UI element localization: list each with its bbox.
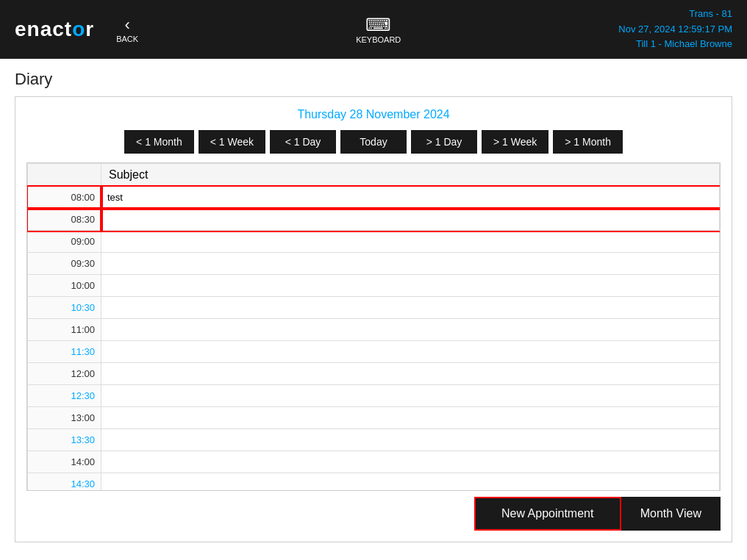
time-cell: 12:00 — [28, 363, 101, 385]
subject-cell[interactable] — [101, 275, 720, 297]
schedule-table-wrapper[interactable]: Subject 08:00test08:3009:0009:3010:0010:… — [26, 162, 721, 491]
time-cell: 11:30 — [28, 341, 101, 363]
logo-dot: o — [72, 18, 85, 40]
time-cell: 13:00 — [28, 407, 101, 429]
time-cell: 10:00 — [28, 275, 101, 297]
subject-cell[interactable]: test — [101, 187, 720, 209]
subject-cell[interactable] — [101, 429, 720, 451]
date-time: Nov 27, 2024 12:59:17 PM — [618, 22, 732, 37]
back-label: BACK — [116, 35, 138, 43]
time-cell: 14:30 — [28, 473, 101, 492]
schedule-table: Subject 08:00test08:3009:0009:3010:0010:… — [27, 163, 720, 491]
subject-cell[interactable] — [101, 407, 720, 429]
time-cell: 10:30 — [28, 297, 101, 319]
prev-month-button[interactable]: < 1 Month — [124, 130, 194, 154]
next-month-button[interactable]: > 1 Month — [553, 130, 623, 154]
till-info: Till 1 - Michael Browne — [618, 37, 732, 52]
subject-cell[interactable] — [101, 473, 720, 492]
next-day-button[interactable]: > 1 Day — [411, 130, 477, 154]
time-cell: 11:00 — [28, 319, 101, 341]
keyboard-button[interactable]: ⌨ KEYBOARD — [356, 15, 401, 44]
main-content: Diary Thursday 28 November 2024 < 1 Mont… — [0, 59, 747, 560]
time-cell: 12:30 — [28, 385, 101, 407]
subject-cell[interactable] — [101, 319, 720, 341]
subject-cell[interactable] — [101, 363, 720, 385]
time-column-header — [28, 164, 101, 187]
subject-cell[interactable] — [101, 451, 720, 473]
nav-buttons: < 1 Month < 1 Week < 1 Day Today > 1 Day… — [26, 130, 721, 154]
next-week-button[interactable]: > 1 Week — [482, 130, 548, 154]
logo: enactor — [15, 18, 94, 41]
prev-week-button[interactable]: < 1 Week — [199, 130, 265, 154]
back-arrow-icon: ‹ — [124, 15, 129, 35]
bottom-buttons: New Appointment Month View — [26, 497, 721, 531]
subject-cell[interactable] — [101, 297, 720, 319]
back-button[interactable]: ‹ BACK — [116, 15, 138, 43]
logo-text: enactor — [15, 18, 94, 41]
time-cell: 09:00 — [28, 231, 101, 253]
subject-cell[interactable] — [101, 209, 720, 231]
keyboard-label: KEYBOARD — [356, 35, 401, 44]
prev-day-button[interactable]: < 1 Day — [270, 130, 336, 154]
month-view-button[interactable]: Month View — [621, 497, 721, 531]
subject-cell[interactable] — [101, 231, 720, 253]
subject-cell[interactable] — [101, 341, 720, 363]
time-cell: 13:30 — [28, 429, 101, 451]
subject-column-header: Subject — [101, 164, 720, 187]
header: enactor ‹ BACK ⌨ KEYBOARD Trans - 81 Nov… — [0, 0, 747, 59]
new-appointment-button[interactable]: New Appointment — [474, 497, 621, 531]
diary-container: Thursday 28 November 2024 < 1 Month < 1 … — [15, 96, 732, 542]
trans-info: Trans - 81 — [618, 7, 732, 22]
session-info: Trans - 81 Nov 27, 2024 12:59:17 PM Till… — [618, 7, 732, 52]
time-cell: 08:00 — [28, 187, 101, 209]
subject-cell[interactable] — [101, 385, 720, 407]
page-title: Diary — [15, 70, 732, 89]
time-cell: 09:30 — [28, 253, 101, 275]
header-left: enactor ‹ BACK — [15, 15, 138, 43]
time-cell: 14:00 — [28, 451, 101, 473]
keyboard-icon: ⌨ — [365, 15, 391, 35]
diary-date: Thursday 28 November 2024 — [26, 108, 721, 121]
today-button[interactable]: Today — [340, 130, 407, 154]
time-cell: 08:30 — [28, 209, 101, 231]
subject-cell[interactable] — [101, 253, 720, 275]
